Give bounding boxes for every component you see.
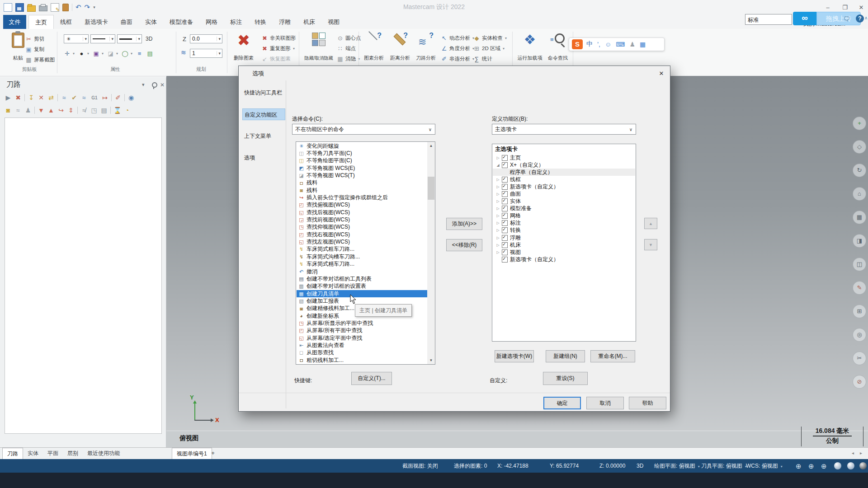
checkbox-checked-icon[interactable] (502, 227, 508, 233)
ribbon-tab[interactable]: 主页 (28, 15, 54, 29)
analyze-distance-button[interactable]: ? 距离分析 (388, 33, 412, 61)
analysis-small-button[interactable]: ◆ 实体检查 (473, 33, 507, 42)
toolpath-tool-icon[interactable]: ⇕ (67, 107, 75, 114)
dialog-nav-item[interactable]: 上下文菜单 (242, 130, 285, 142)
analysis-small-button[interactable]: ∠ 角度分析 (441, 44, 474, 53)
ime-icon[interactable]: ♟ (630, 41, 636, 48)
move-down-button[interactable]: ▼ (644, 239, 657, 250)
expand-icon[interactable]: ▷ (495, 228, 501, 232)
outline-view-icon[interactable] (847, 462, 854, 469)
new-file-icon[interactable] (4, 3, 12, 12)
status-segment[interactable]: 刀具平面: 俯视图 (701, 459, 747, 474)
line-style-combo[interactable]: ▾ (90, 34, 115, 43)
ribbon-tab[interactable]: 机床 (297, 15, 321, 29)
command-item[interactable]: ◘ 粗切残料加工... (297, 357, 428, 364)
display-small-button[interactable]: ▦ 消隐 (337, 54, 360, 63)
toolpath-tool-icon[interactable]: ✖ (14, 94, 22, 101)
expand-icon[interactable]: ▷ (495, 178, 501, 182)
checkbox-checked-icon[interactable] (502, 177, 508, 183)
delete-small-button[interactable]: ✖ 非关联图形 (261, 33, 296, 42)
checkbox-checked-icon[interactable] (502, 162, 508, 168)
axes-display-icon[interactable]: ⊕ (808, 462, 814, 470)
redo-icon[interactable]: ↷ (85, 3, 90, 11)
panel-tab[interactable]: 层别 (63, 448, 83, 459)
command-finder-button[interactable]: ≡ 命令查找 (545, 33, 571, 61)
ok-button[interactable]: 确定 (543, 397, 581, 409)
print-icon[interactable] (39, 5, 47, 11)
toolpath-tool-icon[interactable]: ▤ (100, 107, 108, 114)
panel-tab[interactable]: 实体 (23, 448, 43, 459)
move-up-button[interactable]: ▲ (644, 218, 657, 229)
expand-icon[interactable]: ▷ (495, 221, 501, 225)
attribute-icon-button[interactable]: ◯ (122, 49, 132, 58)
ime-icon[interactable]: 中 (586, 40, 593, 48)
display-small-button[interactable]: ⊙ 圆心点 (337, 33, 361, 42)
toolpath-tool-icon[interactable] (110, 107, 111, 114)
z-depth-combo[interactable]: 0.0▾ (190, 34, 222, 43)
clipboard-small-button[interactable]: ✂ 剪切 (25, 34, 44, 43)
status-segment[interactable]: Z: 0.00000 (599, 459, 625, 473)
command-item[interactable]: ◪ 不等角视图 WCS(T) (297, 172, 428, 179)
attribute-icon-button[interactable]: ▤ (146, 49, 153, 58)
shaded-view-icon[interactable] (834, 462, 841, 469)
toolpath-tool-icon[interactable] (24, 94, 25, 101)
view-tool-button[interactable]: ✎ (853, 281, 866, 295)
tree-item[interactable]: ▷ 曲面 (493, 190, 635, 197)
ribbon-tab[interactable]: 曲面 (114, 15, 139, 29)
status-segment[interactable]: 绘图平面: 俯视图 (654, 459, 700, 474)
toolpath-tool-icon[interactable]: G1 (90, 95, 99, 100)
panel-tab[interactable]: 平面 (43, 448, 63, 459)
view-tool-button[interactable]: ◫ (853, 258, 866, 271)
view-tool-button[interactable]: ↻ (853, 164, 866, 177)
command-item[interactable]: ◫ 不等角绘图平面(C) (297, 157, 428, 164)
choose-commands-combo[interactable]: 不在功能区中的命令∨ (292, 124, 435, 135)
attribute-icon-button[interactable]: ◪ (107, 49, 118, 58)
toolpath-tool-icon[interactable]: ↦ (101, 94, 108, 101)
checkbox-checked-icon[interactable] (502, 213, 508, 219)
ribbon-tab[interactable]: 新选项卡 (78, 15, 114, 29)
checkbox-checked-icon[interactable] (502, 206, 508, 211)
ribbon-tab[interactable]: 标注 (224, 15, 248, 29)
view-tool-button[interactable]: ⊞ (853, 305, 866, 318)
help-button[interactable]: 帮助 (629, 397, 666, 409)
panel-pin-icon[interactable] (152, 82, 157, 88)
attribute-icon-button[interactable]: ✛ (64, 49, 75, 58)
command-item[interactable]: ↯ 车床简式粗车刀路... (297, 246, 428, 253)
view-tool-button[interactable]: ◇ (853, 140, 866, 154)
tree-item[interactable]: 程序单（自定义） (493, 169, 635, 176)
cloud-upload-icon[interactable]: ∞ (793, 12, 816, 25)
level-combo[interactable]: 1▾ (190, 49, 222, 58)
toolpath-tool-icon[interactable] (111, 94, 112, 101)
attribute-icon-button[interactable]: ▣ (93, 49, 104, 58)
status-segment[interactable]: 截面视图: 关闭 (402, 459, 438, 473)
expand-icon[interactable]: ▷ (495, 250, 501, 254)
command-item[interactable]: ⇤ 从图素法向查看 (297, 342, 428, 349)
help-icon[interactable]: ? (856, 14, 864, 23)
undo-icon[interactable]: ↶ (75, 3, 81, 11)
toolpath-tool-icon[interactable]: ▼ (38, 107, 45, 114)
toolpath-tool-icon[interactable] (124, 94, 125, 101)
ribbon-tab[interactable]: 模型准备 (163, 15, 199, 29)
bookmark-icon[interactable] (62, 4, 69, 11)
toolpath-tool-icon[interactable]: ↪ (57, 107, 65, 114)
view-tool-button[interactable]: + (853, 117, 866, 130)
command-item[interactable]: ◰ 查找俯视图(WCS) (297, 202, 428, 209)
scroll-left-icon[interactable]: ◂ (852, 450, 854, 455)
toolpath-tool-icon[interactable]: ◔ (123, 107, 131, 114)
checkbox-checked-icon[interactable] (502, 220, 508, 226)
view-tool-button[interactable]: ⌂ (853, 187, 866, 201)
open-file-icon[interactable] (27, 5, 36, 12)
expand-icon[interactable]: ▷ (495, 156, 501, 160)
tree-item[interactable]: ▷ 标注 (493, 220, 635, 227)
status-segment[interactable]: 选择的图素: 0 (454, 459, 487, 473)
3d-mode-label[interactable]: 3D (146, 36, 152, 42)
tree-item[interactable]: ▷ 线框 (493, 176, 635, 183)
expand-icon[interactable]: ▷ (495, 214, 501, 218)
tree-item[interactable]: ▷ 网格 (493, 212, 635, 220)
toolpath-tool-icon[interactable]: ♟ (24, 107, 32, 114)
checkbox-checked-icon[interactable] (502, 235, 508, 241)
scroll-up-icon[interactable]: ▲ (427, 142, 435, 150)
clipboard-small-button[interactable]: ▦ 屏幕截图 (25, 55, 55, 64)
command-item[interactable]: ▥ 创建不带对话框的设置表 (297, 283, 428, 290)
status-segment[interactable]: WCS: 俯视图 (746, 459, 783, 474)
